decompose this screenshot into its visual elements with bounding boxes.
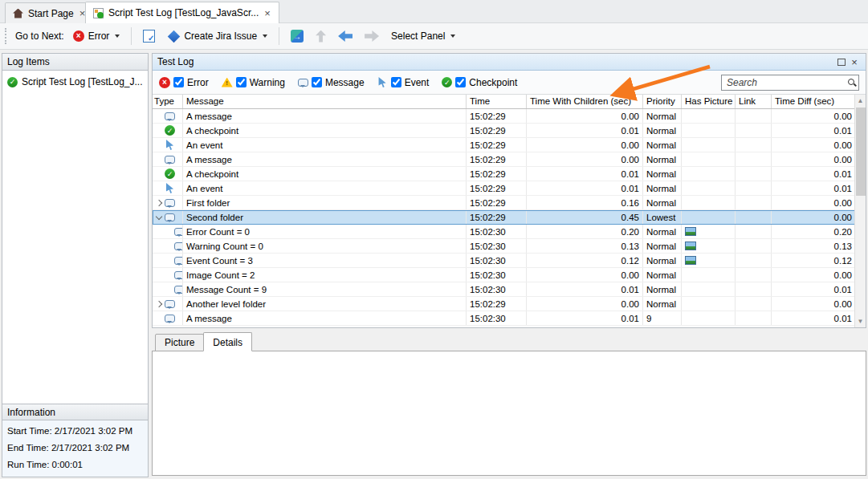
show-panel-button[interactable] bbox=[140, 27, 158, 45]
priority-cell: Normal bbox=[643, 225, 682, 238]
expander-spacer bbox=[164, 225, 173, 238]
scrollbar-thumb[interactable] bbox=[856, 108, 866, 196]
up-arrow-icon bbox=[316, 30, 326, 43]
tab-start-page-label: Start Page bbox=[28, 8, 74, 19]
time-with-children-cell: 0.01 bbox=[527, 181, 643, 195]
time-with-children-cell: 0.00 bbox=[527, 297, 643, 311]
information-header-label: Information bbox=[7, 407, 55, 418]
log-row[interactable]: A checkpoint15:02:290.01Normal0.01 bbox=[153, 167, 855, 181]
time-diff-cell: 0.00 bbox=[772, 152, 855, 166]
has-picture-cell bbox=[682, 109, 736, 123]
select-panel-label: Select Panel bbox=[391, 30, 445, 42]
event-filter-checkbox[interactable] bbox=[391, 77, 401, 87]
expander-collapsed-icon[interactable] bbox=[154, 297, 164, 311]
column-header-priority[interactable]: Priority bbox=[643, 95, 682, 108]
warning-filter-checkbox[interactable] bbox=[236, 77, 247, 87]
time-cell: 15:02:30 bbox=[467, 268, 527, 282]
scroll-up-icon[interactable] bbox=[855, 95, 866, 106]
column-header-link[interactable]: Link bbox=[736, 95, 772, 108]
column-header-time-with-children[interactable]: Time With Children (sec) bbox=[527, 95, 643, 108]
log-row[interactable]: Warning Count = 015:02:300.13Normal0.13 bbox=[153, 239, 855, 254]
expander-expanded-icon[interactable] bbox=[154, 210, 164, 224]
message-cell: An event bbox=[183, 181, 467, 195]
search-icon bbox=[848, 79, 854, 85]
go-to-next-label: Go to Next: bbox=[15, 30, 64, 42]
time-cell: 15:02:29 bbox=[467, 152, 527, 166]
go-to-next-error-dropdown[interactable]: Error bbox=[70, 28, 124, 44]
log-row[interactable]: Event Count = 315:02:300.12Normal0.12 bbox=[153, 254, 855, 268]
test-log-panel: Test Log Error Warning Message Event bbox=[152, 53, 866, 328]
picture-icon bbox=[685, 242, 696, 250]
toolbar-separator bbox=[279, 27, 279, 45]
error-filter-checkbox[interactable] bbox=[173, 77, 184, 87]
create-jira-issue-button[interactable]: Create Jira Issue bbox=[164, 27, 271, 45]
expander-spacer bbox=[154, 167, 164, 181]
message-cell: Image Count = 2 bbox=[183, 268, 467, 282]
log-row[interactable]: An event15:02:290.00Normal0.00 bbox=[153, 138, 855, 152]
log-row[interactable]: Another level folder15:02:290.00Normal0.… bbox=[153, 297, 855, 311]
event-icon bbox=[165, 183, 175, 193]
type-cell bbox=[153, 124, 183, 137]
expander-spacer bbox=[154, 311, 164, 325]
bottom-tab-bar: Picture Details bbox=[155, 334, 251, 351]
filter-event: Event bbox=[377, 77, 430, 88]
go-up-button[interactable] bbox=[312, 28, 329, 45]
time-cell: 15:02:30 bbox=[467, 311, 527, 325]
post-issue-button[interactable] bbox=[287, 27, 307, 45]
priority-cell: Normal bbox=[643, 181, 682, 195]
column-header-type[interactable]: Type bbox=[153, 95, 183, 108]
log-row[interactable]: Image Count = 215:02:300.00Normal0.00 bbox=[153, 268, 855, 282]
expander-spacer bbox=[164, 254, 173, 267]
priority-cell: Normal bbox=[643, 239, 682, 253]
log-items-tree-item[interactable]: Script Test Log [TestLog_J... bbox=[6, 74, 145, 90]
tab-details[interactable]: Details bbox=[203, 332, 252, 351]
time-diff-cell: 0.01 bbox=[772, 282, 855, 296]
close-panel-icon[interactable] bbox=[848, 56, 861, 68]
tab-picture[interactable]: Picture bbox=[155, 334, 204, 351]
log-row[interactable]: Second folder15:02:290.45Lowest0.00 bbox=[153, 210, 855, 225]
link-cell bbox=[736, 124, 772, 137]
column-header-time-diff[interactable]: Time Diff (sec) bbox=[772, 95, 855, 108]
column-header-has-picture[interactable]: Has Picture bbox=[682, 95, 736, 108]
log-row[interactable]: A checkpoint15:02:290.01Normal0.01 bbox=[153, 124, 855, 138]
column-header-time[interactable]: Time bbox=[467, 95, 527, 108]
message-filter-checkbox[interactable] bbox=[312, 77, 322, 87]
select-panel-dropdown[interactable]: Select Panel bbox=[388, 28, 458, 44]
tab-script-test-log[interactable]: Script Test Log [TestLog_JavaScr... bbox=[85, 2, 279, 23]
log-row[interactable]: First folder15:02:290.16Normal0.00 bbox=[153, 196, 855, 210]
log-row[interactable]: A message15:02:290.00Normal0.00 bbox=[153, 152, 855, 167]
toolbar: Go to Next: Error Create Jira Issue Sele… bbox=[0, 23, 868, 50]
time-with-children-cell: 0.16 bbox=[527, 196, 643, 209]
toolbar-grip[interactable] bbox=[5, 28, 8, 44]
has-picture-cell bbox=[682, 282, 736, 296]
log-row[interactable]: Message Count = 915:02:300.01Normal0.01 bbox=[153, 282, 855, 297]
close-icon[interactable] bbox=[263, 8, 271, 18]
restore-panel-icon[interactable] bbox=[835, 56, 848, 68]
priority-cell: Normal bbox=[643, 138, 682, 152]
tab-start-page[interactable]: Start Page bbox=[5, 2, 94, 23]
run-time-text: Run Time: 0:00:01 bbox=[7, 457, 143, 473]
log-row[interactable]: An event15:02:290.01Normal0.01 bbox=[153, 181, 855, 196]
log-row[interactable]: A message15:02:290.00Normal0.00 bbox=[153, 109, 855, 124]
link-cell bbox=[736, 196, 772, 209]
expander-collapsed-icon[interactable] bbox=[154, 196, 164, 209]
column-header-message[interactable]: Message bbox=[183, 95, 467, 108]
search-input[interactable] bbox=[721, 75, 859, 91]
link-cell bbox=[736, 239, 772, 253]
message-cell: Second folder bbox=[183, 210, 467, 224]
go-back-button[interactable] bbox=[335, 28, 356, 44]
type-cell bbox=[153, 254, 183, 267]
message-cell: Message Count = 9 bbox=[183, 282, 467, 296]
checkpoint-filter-checkbox[interactable] bbox=[455, 77, 466, 87]
link-cell bbox=[736, 210, 772, 224]
search-box bbox=[721, 75, 859, 91]
go-forward-button[interactable] bbox=[361, 28, 382, 44]
log-row[interactable]: Error Count = 015:02:300.20Normal0.20 bbox=[153, 225, 855, 239]
log-row[interactable]: A message15:02:300.0190.01 bbox=[153, 311, 855, 326]
message-cell: Event Count = 3 bbox=[183, 254, 467, 267]
message-cell: A message bbox=[183, 109, 467, 123]
time-diff-cell: 0.00 bbox=[772, 109, 855, 123]
filter-message: Message bbox=[298, 77, 365, 88]
time-cell: 15:02:29 bbox=[467, 297, 527, 311]
vertical-scrollbar[interactable] bbox=[854, 95, 866, 327]
